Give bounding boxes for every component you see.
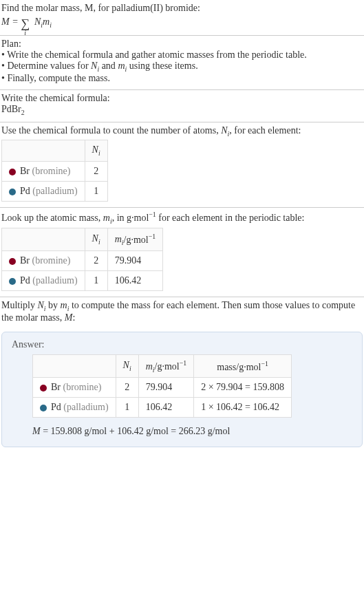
table-row: Br (bromine) 2 79.904 [2,251,163,271]
element-dot-icon [40,385,47,392]
final-section: Multiply Ni by mi to compute the mass fo… [0,297,364,329]
masses-section: Look up the atomic mass, mi, in g·mol−1 … [0,208,364,297]
element-cell: Br (bromine) [33,378,116,398]
element-cell: Pd (palladium) [33,398,116,418]
element-dot-icon [9,189,16,195]
mi-cell: 79.904 [138,378,193,398]
plan-bullet-2: • Determine values for Ni and mi using t… [1,61,363,73]
plan-heading: Plan: [1,39,363,50]
ni-header: Ni [85,228,107,250]
mi-cell: 106.42 [107,271,162,291]
ni-header: Ni [116,354,138,377]
ni-header: Ni [85,140,107,162]
problem-line: Find the molar mass, M, for palladium(II… [1,3,363,14]
chemical-formula-value: PdBr2 [1,104,363,116]
element-dot-icon [9,169,16,175]
table-header-row: Ni [2,140,108,162]
element-cell: Br (bromine) [2,251,85,271]
element-dot-icon [9,258,16,265]
ni-cell: 1 [85,182,107,202]
answer-label: Answer: [12,339,352,350]
final-heading: Multiply Ni by mi to compute the mass fo… [1,300,363,323]
table-row: Pd (palladium) 1 106.42 [2,271,163,291]
element-cell: Br (bromine) [2,162,85,182]
plan-section: Plan: • Write the chemical formula and g… [0,36,364,89]
ni-cell: 1 [85,271,107,291]
masses-heading: Look up the atomic mass, mi, in g·mol−1 … [1,211,363,224]
count-table: Ni Br (bromine) 2 Pd (palladium) 1 [1,140,108,202]
problem-formula: M = ∑ i Nimi [1,15,363,30]
table-row: Br (bromine) 2 79.904 2 × 79.904 = 159.8… [33,378,292,398]
mi-header: mi/g·mol−1 [138,354,193,377]
empty-header [2,228,85,250]
problem-statement: Find the molar mass, M, for palladium(II… [0,0,364,35]
element-cell: Pd (palladium) [2,182,85,202]
masses-table: Ni mi/g·mol−1 Br (bromine) 2 79.904 Pd (… [1,228,163,291]
count-heading: Use the chemical formula to count the nu… [1,125,363,138]
count-section: Use the chemical formula to count the nu… [0,122,364,208]
element-cell: Pd (palladium) [2,271,85,291]
mass-header: mass/g·mol−1 [194,354,292,377]
table-header-row: Ni mi/g·mol−1 [2,228,163,250]
final-result: M = 159.808 g/mol + 106.42 g/mol = 266.2… [32,426,352,437]
final-table: Ni mi/g·mol−1 mass/g·mol−1 Br (bromine) … [32,354,292,418]
formula-mi: mi [43,17,52,27]
mi-header: mi/g·mol−1 [107,228,162,250]
mass-cell: 1 × 106.42 = 106.42 [194,398,292,418]
sigma-icon: ∑ i [21,15,30,30]
ni-cell: 2 [85,251,107,271]
ni-cell: 2 [85,162,107,182]
element-dot-icon [9,278,16,285]
answer-box: Answer: Ni mi/g·mol−1 mass/g·mol−1 Br (b… [1,332,363,447]
ni-cell: 2 [116,378,138,398]
element-dot-icon [40,405,47,411]
chemical-formula-section: Write the chemical formula: PdBr2 [0,90,364,122]
table-header-row: Ni mi/g·mol−1 mass/g·mol−1 [33,354,292,377]
formula-ni: Ni [34,17,43,27]
plan-bullet-1: • Write the chemical formula and gather … [1,50,363,61]
plan-bullet-3: • Finally, compute the mass. [1,73,363,84]
empty-header [2,140,85,162]
mass-cell: 2 × 79.904 = 159.808 [194,378,292,398]
ni-cell: 1 [116,398,138,418]
formula-lhs: M [1,17,10,27]
mi-cell: 79.904 [107,251,162,271]
empty-header [33,354,116,377]
table-row: Br (bromine) 2 [2,162,108,182]
table-row: Pd (palladium) 1 106.42 1 × 106.42 = 106… [33,398,292,418]
mi-cell: 106.42 [138,398,193,418]
table-row: Pd (palladium) 1 [2,182,108,202]
chemical-formula-heading: Write the chemical formula: [1,93,363,104]
